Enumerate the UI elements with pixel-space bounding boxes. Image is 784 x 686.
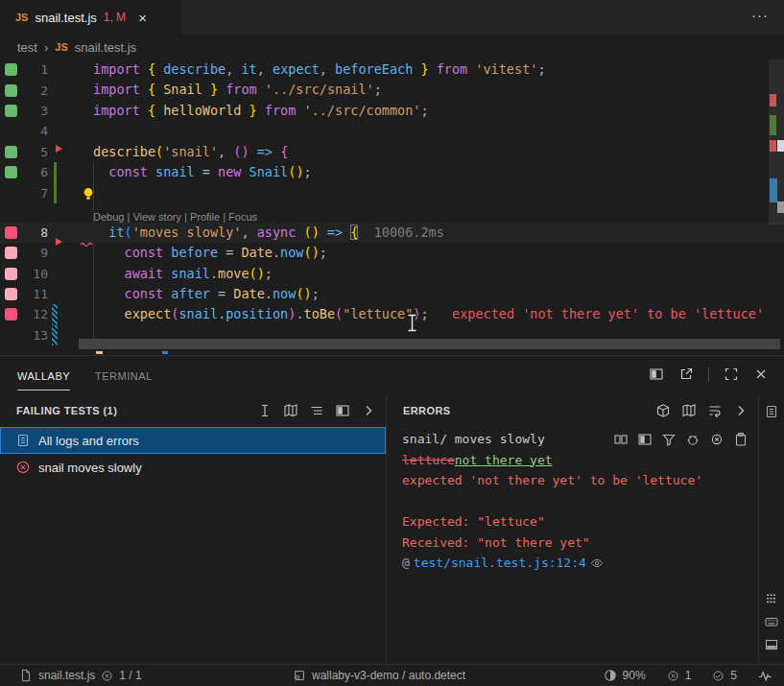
vscode-window: JS snail.test.js 1, M × ··· test › JS sn… [0, 0, 784, 686]
breadcrumb-file[interactable]: snail.test.js [75, 40, 136, 55]
line-number: 7 [19, 186, 48, 201]
error-circle-icon [15, 460, 31, 475]
status-passing-count[interactable]: 5 [712, 669, 737, 682]
line-number: 13 [19, 328, 48, 343]
notebook-icon[interactable] [764, 404, 779, 419]
horizontal-scrollbar[interactable] [79, 339, 780, 349]
more-actions-icon[interactable]: ··· [751, 7, 769, 23]
test-indicator[interactable] [5, 308, 17, 320]
list-item-failing-test[interactable]: snail moves slowly [0, 454, 386, 481]
list-flat-icon[interactable] [309, 403, 324, 418]
tab-close-icon[interactable]: × [138, 11, 147, 25]
test-indicator[interactable] [5, 146, 17, 158]
list-item-all-logs[interactable]: All logs and errors [0, 427, 386, 454]
breadcrumb-separator-icon: › [44, 40, 48, 55]
open-external-icon[interactable] [678, 367, 694, 382]
split-view-icon[interactable] [637, 432, 653, 447]
eye-icon[interactable] [590, 556, 604, 570]
test-indicator[interactable] [5, 187, 17, 200]
code-line[interactable]: 9 const before = Date.now(); [0, 243, 784, 263]
map-icon[interactable] [681, 403, 697, 418]
line-number: 5 [19, 145, 48, 159]
test-indicator[interactable] [5, 63, 17, 76]
received-value: Received: "not there yet" [402, 532, 748, 554]
lightbulb-icon[interactable] [81, 186, 96, 201]
expected-value: Expected: "lettuce" [402, 511, 748, 532]
chevron-right-icon[interactable] [733, 403, 748, 418]
code-line[interactable]: 10 await snail.move(); [0, 264, 784, 284]
test-indicator[interactable] [5, 125, 17, 137]
test-indicator[interactable] [5, 268, 17, 280]
log-output-icon [15, 433, 31, 448]
test-indicator[interactable] [5, 288, 17, 300]
git-gutter [54, 284, 61, 304]
ruler-cursor-mark [777, 140, 784, 152]
codelens-actions[interactable]: Debug | View story | Profile | Focus [93, 211, 257, 223]
status-coverage-value: 90% [623, 669, 646, 682]
chevron-right-icon[interactable] [361, 403, 376, 418]
test-indicator[interactable] [5, 166, 17, 178]
overview-ruler[interactable] [769, 59, 784, 355]
failing-tests-section: FAILING TESTS (1) All logs and errors [0, 394, 387, 664]
status-failing-count[interactable]: 1 [667, 669, 692, 682]
copy-output-icon[interactable] [733, 432, 748, 447]
failing-test-path[interactable]: snail/ moves slowly [402, 429, 613, 450]
code-line[interactable]: 1import { describe, it, expect, beforeEa… [0, 59, 784, 80]
line-number: 2 [19, 83, 48, 98]
code-line[interactable]: 12 expect(snail.position).toBe("lettuce"… [0, 304, 784, 324]
status-passing-value: 5 [730, 669, 737, 682]
test-run-marker-icon[interactable] [56, 238, 62, 246]
expected-strikethrough: lettuce [402, 453, 455, 467]
split-view-icon[interactable] [335, 403, 350, 418]
stacked-rows-icon[interactable] [764, 591, 779, 606]
test-indicator[interactable] [5, 226, 17, 239]
status-wallaby-project[interactable]: wallaby-v3-demo / auto.detect [293, 669, 465, 682]
open-side-by-side-icon[interactable] [613, 432, 629, 447]
test-indicator[interactable] [5, 105, 17, 117]
code-line[interactable]: 8 it('moves slowly', async () => { 10006… [0, 223, 784, 243]
error-output: snail/ moves slowly lettucenot there yet… [387, 427, 758, 574]
ibeam-tool-icon[interactable] [257, 403, 273, 418]
code-line[interactable]: 4 [0, 121, 784, 141]
maximize-panel-icon[interactable] [724, 367, 739, 382]
package-icon[interactable] [655, 403, 671, 418]
code-line[interactable]: 3import { helloWorld } from '../src/comm… [0, 101, 784, 121]
test-indicator[interactable] [5, 329, 17, 342]
close-panel-icon[interactable] [753, 367, 769, 382]
test-indicator[interactable] [5, 247, 17, 259]
clipped-code-fragment [162, 351, 168, 354]
tab-terminal[interactable]: TERMINAL [95, 361, 153, 390]
tab-wallaby[interactable]: WALLABY [17, 361, 70, 390]
status-file-tests[interactable]: snail.test.js 1 / 1 [19, 669, 142, 682]
map-icon[interactable] [283, 403, 298, 418]
debug-icon[interactable] [685, 432, 701, 447]
tab-snail-test-js[interactable]: JS snail.test.js 1, M × [0, 0, 182, 35]
pulse-icon[interactable] [758, 669, 772, 683]
split-panel-icon[interactable] [649, 367, 664, 382]
status-coverage[interactable]: 90% [604, 669, 646, 682]
keyboard-icon[interactable] [764, 614, 779, 629]
stack-location-link[interactable]: test/snail.test.js:12:4 [414, 553, 586, 574]
mouse-ibeam-cursor [405, 313, 419, 333]
code-line[interactable]: 7 [0, 182, 784, 202]
code-line[interactable]: 6 const snail = new Snail(); [0, 162, 784, 182]
code-line[interactable]: 5describe('snail', () => { [0, 142, 784, 162]
git-gutter [54, 121, 61, 141]
test-run-marker-icon[interactable] [56, 145, 62, 153]
status-file-name: snail.test.js [38, 669, 95, 682]
filter-icon[interactable] [661, 432, 677, 447]
word-wrap-icon[interactable] [707, 403, 723, 418]
breadcrumb-folder[interactable]: test [17, 40, 37, 55]
code-line[interactable]: 2import { Snail } from '../src/snail'; [0, 80, 784, 100]
line-number: 9 [19, 246, 48, 260]
exclude-tests-icon[interactable] [709, 432, 725, 447]
git-gutter [54, 264, 61, 284]
test-indicator[interactable] [5, 84, 17, 97]
git-gutter [54, 182, 61, 202]
panel-bottom-icon[interactable] [764, 637, 779, 652]
list-item-label: All logs and errors [38, 434, 139, 448]
ruler-mark [777, 201, 784, 213]
code-editor[interactable]: 1import { describe, it, expect, beforeEa… [0, 59, 784, 355]
error-squiggle [80, 241, 95, 247]
code-line[interactable]: 11 const after = Date.now(); [0, 284, 784, 304]
